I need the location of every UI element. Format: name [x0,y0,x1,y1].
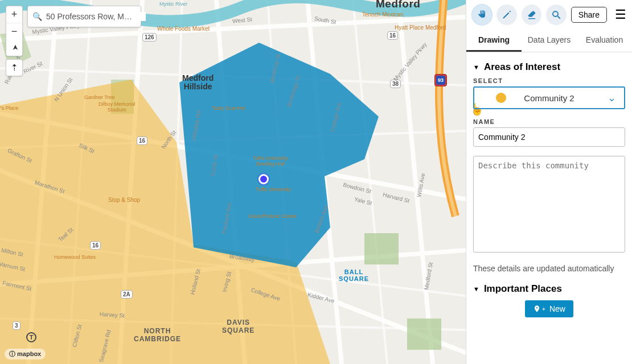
aoi-description-input[interactable] [473,156,625,253]
mapbox-attribution: ⓘ mapbox [5,349,46,359]
north-cambridge-label: NORTHCAMBRIDGE [134,327,181,343]
aoi-select[interactable]: Community 2 ⌄ [473,86,625,109]
map-canvas: Mystic River [0,0,466,364]
aoi-section-header[interactable]: ▼ Areas of Interest [473,61,625,73]
search-box[interactable]: 🔍 [27,6,141,27]
interstate-shield-93: 93 [434,74,447,86]
new-place-button[interactable]: + New [525,300,573,317]
erase-tool-button[interactable] [522,5,541,25]
panel: ▼ Areas of Interest SELECT Community 2 ⌄… [466,52,632,364]
poi-rsplace: r's Place [0,105,18,111]
poi-stopshop: Stop & Shop [108,197,140,203]
hand-icon [477,9,488,20]
select-label: SELECT [473,77,625,84]
aoi-header-label: Areas of Interest [484,61,560,73]
tabs: Drawing Data Layers Evaluation [466,30,632,52]
new-button-label: New [549,304,565,313]
places-section-header[interactable]: ▼ Important Places [473,283,625,295]
ball-square-label: BALLSQUARE [339,268,369,282]
poi-gardner: Gardner Tree [84,94,115,100]
route-shield-16a: 16 [387,31,398,40]
tab-drawing[interactable]: Drawing [466,30,522,52]
sidebar: Share ☰ Drawing Data Layers Evaluation ▼… [466,0,632,364]
magnifier-icon [551,10,561,20]
name-label: NAME [473,118,625,125]
zoom-in-button[interactable]: + [6,6,22,23]
zoom-out-button[interactable]: − [6,23,22,39]
chevron-down-icon: ⌄ [608,92,616,104]
aoi-selected-text: Community 2 [524,93,574,103]
tab-evaluation[interactable]: Evaluation [577,30,632,52]
mystic-river-label: Mystic River [159,1,187,7]
compass-button[interactable]: ⇡ [6,59,23,76]
route-shield-2A: 2A [121,290,133,299]
tab-data-layers[interactable]: Data Layers [522,30,577,52]
caret-down-icon: ▼ [473,64,479,71]
places-header-label: Important Places [484,283,562,295]
svg-point-24 [553,11,558,16]
poi-tenoch: Tenoch Mexican [362,11,403,18]
route-shield-16b: 16 [137,136,147,145]
poi-hyatt: Hyatt Place Medford [395,24,446,31]
draw-tool-button[interactable] [496,5,516,25]
aoi-name-input[interactable] [473,127,625,147]
poi-bowling: Tufts UniversityBowling Hall [253,155,288,167]
pin-plus-icon [533,305,541,313]
route-shield-3: 3 [13,321,20,330]
search-icon: 🔍 [32,12,42,21]
caret-down-icon-2: ▼ [473,286,479,292]
find-tool-button[interactable] [546,5,566,25]
svg-line-25 [557,16,560,19]
poi-dilboy: Dilboy MemorialStadium [99,101,136,113]
share-button[interactable]: Share [571,7,607,23]
route-shield-126: 126 [142,33,157,42]
davis-square-label: DAVISSQUARE [222,318,255,334]
app-root: Mystic River 126 16 16 16 38 2A 3 93 T M… [0,0,632,364]
eraser-icon [527,10,537,20]
poi-whole-foods: Whole Foods Market [157,26,210,32]
auto-update-hint: These details are updated automatically [473,264,625,273]
menu-button[interactable]: ☰ [615,7,626,22]
poi-tasty: Tasty Gourmet [212,105,245,111]
location-marker[interactable] [258,174,269,184]
toolbar: Share ☰ [466,0,632,30]
poi-granoff: Granoff Music Center [248,213,297,219]
poi-tufts: Tufts University [256,187,291,192]
search-input[interactable] [46,12,146,21]
svg-rect-19 [407,318,441,350]
pen-icon [502,10,512,20]
route-shield-16c: 16 [90,241,101,250]
transit-icon: T [26,332,36,342]
poi-homewood: Homewood Suites [54,254,96,260]
city-label-medford: Medford [376,0,420,10]
svg-rect-18 [364,233,399,264]
aoi-color-swatch [496,93,506,103]
medford-hillside-label: MedfordHillside [182,74,214,92]
reset-north-button[interactable]: ➤ [6,40,23,56]
map-pane[interactable]: Mystic River 126 16 16 16 38 2A 3 93 T M… [0,0,466,364]
pan-tool-button[interactable] [472,5,492,25]
zoom-control: + − ➤ [6,6,23,56]
